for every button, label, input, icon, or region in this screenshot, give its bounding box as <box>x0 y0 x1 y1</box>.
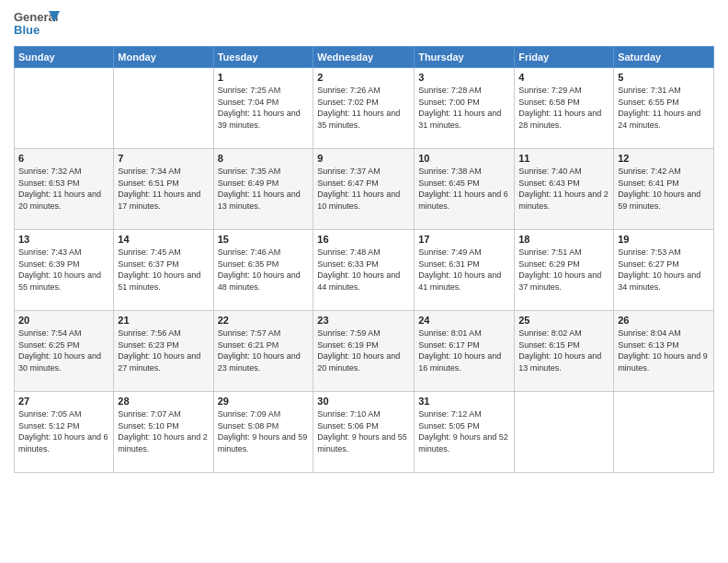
day-number: 2 <box>317 72 410 83</box>
calendar-cell: 16Sunrise: 7:48 AM Sunset: 6:33 PM Dayli… <box>313 230 415 311</box>
day-number: 17 <box>418 234 510 245</box>
calendar-cell: 6Sunrise: 7:32 AM Sunset: 6:53 PM Daylig… <box>15 149 114 230</box>
calendar-cell: 11Sunrise: 7:40 AM Sunset: 6:43 PM Dayli… <box>515 149 614 230</box>
calendar-cell: 29Sunrise: 7:09 AM Sunset: 5:08 PM Dayli… <box>213 392 313 473</box>
calendar-cell: 5Sunrise: 7:31 AM Sunset: 6:55 PM Daylig… <box>614 68 714 149</box>
day-info: Sunrise: 7:29 AM Sunset: 6:58 PM Dayligh… <box>518 85 609 131</box>
calendar-cell: 13Sunrise: 7:43 AM Sunset: 6:39 PM Dayli… <box>15 230 114 311</box>
calendar-cell: 18Sunrise: 7:51 AM Sunset: 6:29 PM Dayli… <box>515 230 614 311</box>
weekday-header-sunday: Sunday <box>15 47 114 68</box>
day-number: 19 <box>618 234 710 245</box>
day-info: Sunrise: 7:32 AM Sunset: 6:53 PM Dayligh… <box>18 166 109 212</box>
calendar-cell: 30Sunrise: 7:10 AM Sunset: 5:06 PM Dayli… <box>313 392 415 473</box>
day-info: Sunrise: 7:45 AM Sunset: 6:37 PM Dayligh… <box>118 247 209 293</box>
day-info: Sunrise: 7:46 AM Sunset: 6:35 PM Dayligh… <box>218 247 310 293</box>
calendar-cell: 19Sunrise: 7:53 AM Sunset: 6:27 PM Dayli… <box>614 230 714 311</box>
day-info: Sunrise: 7:05 AM Sunset: 5:12 PM Dayligh… <box>18 408 109 454</box>
day-info: Sunrise: 7:38 AM Sunset: 6:45 PM Dayligh… <box>418 166 510 212</box>
day-info: Sunrise: 7:10 AM Sunset: 5:06 PM Dayligh… <box>317 408 410 454</box>
week-row-4: 27Sunrise: 7:05 AM Sunset: 5:12 PM Dayli… <box>15 392 714 473</box>
calendar-cell: 1Sunrise: 7:25 AM Sunset: 7:04 PM Daylig… <box>213 68 313 149</box>
weekday-header-tuesday: Tuesday <box>213 47 313 68</box>
day-info: Sunrise: 7:48 AM Sunset: 6:33 PM Dayligh… <box>317 247 410 293</box>
calendar-cell: 8Sunrise: 7:35 AM Sunset: 6:49 PM Daylig… <box>213 149 313 230</box>
day-number: 26 <box>618 315 710 326</box>
weekday-header-friday: Friday <box>515 47 614 68</box>
day-info: Sunrise: 7:25 AM Sunset: 7:04 PM Dayligh… <box>218 85 310 131</box>
day-number: 16 <box>317 234 410 245</box>
day-number: 11 <box>518 153 609 164</box>
day-number: 8 <box>218 153 310 164</box>
weekday-header-saturday: Saturday <box>614 47 714 68</box>
day-info: Sunrise: 7:57 AM Sunset: 6:21 PM Dayligh… <box>218 327 310 373</box>
day-number: 12 <box>618 153 710 164</box>
day-info: Sunrise: 7:31 AM Sunset: 6:55 PM Dayligh… <box>618 85 710 131</box>
day-number: 3 <box>418 72 510 83</box>
day-number: 25 <box>518 315 609 326</box>
day-info: Sunrise: 7:35 AM Sunset: 6:49 PM Dayligh… <box>218 166 310 212</box>
calendar-cell: 27Sunrise: 7:05 AM Sunset: 5:12 PM Dayli… <box>15 392 114 473</box>
day-info: Sunrise: 7:42 AM Sunset: 6:41 PM Dayligh… <box>618 166 710 212</box>
day-info: Sunrise: 8:01 AM Sunset: 6:17 PM Dayligh… <box>418 327 510 373</box>
calendar-cell: 28Sunrise: 7:07 AM Sunset: 5:10 PM Dayli… <box>114 392 213 473</box>
calendar-cell <box>114 68 213 149</box>
day-info: Sunrise: 7:59 AM Sunset: 6:19 PM Dayligh… <box>317 327 410 373</box>
calendar-table: SundayMondayTuesdayWednesdayThursdayFrid… <box>14 46 714 473</box>
day-number: 7 <box>118 153 209 164</box>
weekday-header-wednesday: Wednesday <box>313 47 415 68</box>
day-info: Sunrise: 7:09 AM Sunset: 5:08 PM Dayligh… <box>218 408 310 454</box>
calendar-cell: 7Sunrise: 7:34 AM Sunset: 6:51 PM Daylig… <box>114 149 213 230</box>
day-number: 1 <box>218 72 310 83</box>
day-number: 15 <box>218 234 310 245</box>
day-number: 5 <box>618 72 710 83</box>
day-info: Sunrise: 7:40 AM Sunset: 6:43 PM Dayligh… <box>518 166 609 212</box>
day-info: Sunrise: 7:26 AM Sunset: 7:02 PM Dayligh… <box>317 85 410 131</box>
week-row-1: 6Sunrise: 7:32 AM Sunset: 6:53 PM Daylig… <box>15 149 714 230</box>
day-number: 27 <box>18 396 109 407</box>
day-number: 30 <box>317 396 410 407</box>
day-info: Sunrise: 7:34 AM Sunset: 6:51 PM Dayligh… <box>118 166 209 212</box>
day-number: 21 <box>118 315 209 326</box>
calendar-cell: 21Sunrise: 7:56 AM Sunset: 6:23 PM Dayli… <box>114 311 213 392</box>
day-info: Sunrise: 7:51 AM Sunset: 6:29 PM Dayligh… <box>518 247 609 293</box>
calendar-cell <box>15 68 114 149</box>
calendar-cell: 4Sunrise: 7:29 AM Sunset: 6:58 PM Daylig… <box>515 68 614 149</box>
calendar-cell: 10Sunrise: 7:38 AM Sunset: 6:45 PM Dayli… <box>415 149 515 230</box>
logo-svg: GeneralBlue <box>14 9 60 39</box>
day-number: 18 <box>518 234 609 245</box>
calendar-cell: 22Sunrise: 7:57 AM Sunset: 6:21 PM Dayli… <box>213 311 313 392</box>
calendar-cell: 9Sunrise: 7:37 AM Sunset: 6:47 PM Daylig… <box>313 149 415 230</box>
calendar-cell: 2Sunrise: 7:26 AM Sunset: 7:02 PM Daylig… <box>313 68 415 149</box>
calendar-cell: 14Sunrise: 7:45 AM Sunset: 6:37 PM Dayli… <box>114 230 213 311</box>
calendar-cell: 12Sunrise: 7:42 AM Sunset: 6:41 PM Dayli… <box>614 149 714 230</box>
day-number: 4 <box>518 72 609 83</box>
day-number: 24 <box>418 315 510 326</box>
day-info: Sunrise: 7:56 AM Sunset: 6:23 PM Dayligh… <box>118 327 209 373</box>
week-row-2: 13Sunrise: 7:43 AM Sunset: 6:39 PM Dayli… <box>15 230 714 311</box>
logo: GeneralBlue <box>14 9 60 39</box>
calendar-cell <box>614 392 714 473</box>
day-info: Sunrise: 7:12 AM Sunset: 5:05 PM Dayligh… <box>418 408 510 454</box>
day-number: 9 <box>317 153 410 164</box>
day-number: 10 <box>418 153 510 164</box>
calendar-cell: 26Sunrise: 8:04 AM Sunset: 6:13 PM Dayli… <box>614 311 714 392</box>
day-info: Sunrise: 7:54 AM Sunset: 6:25 PM Dayligh… <box>18 327 109 373</box>
day-number: 31 <box>418 396 510 407</box>
day-number: 14 <box>118 234 209 245</box>
svg-text:Blue: Blue <box>14 23 40 37</box>
page: GeneralBlue SundayMondayTuesdayWednesday… <box>0 0 728 563</box>
calendar-cell: 3Sunrise: 7:28 AM Sunset: 7:00 PM Daylig… <box>415 68 515 149</box>
day-number: 23 <box>317 315 410 326</box>
day-number: 28 <box>118 396 209 407</box>
day-info: Sunrise: 7:43 AM Sunset: 6:39 PM Dayligh… <box>18 247 109 293</box>
day-info: Sunrise: 7:53 AM Sunset: 6:27 PM Dayligh… <box>618 247 710 293</box>
day-info: Sunrise: 8:02 AM Sunset: 6:15 PM Dayligh… <box>518 327 609 373</box>
day-info: Sunrise: 7:37 AM Sunset: 6:47 PM Dayligh… <box>317 166 410 212</box>
calendar-cell: 23Sunrise: 7:59 AM Sunset: 6:19 PM Dayli… <box>313 311 415 392</box>
day-number: 6 <box>18 153 109 164</box>
calendar-cell <box>515 392 614 473</box>
weekday-header-row: SundayMondayTuesdayWednesdayThursdayFrid… <box>15 47 714 68</box>
week-row-0: 1Sunrise: 7:25 AM Sunset: 7:04 PM Daylig… <box>15 68 714 149</box>
day-number: 13 <box>18 234 109 245</box>
calendar-cell: 24Sunrise: 8:01 AM Sunset: 6:17 PM Dayli… <box>415 311 515 392</box>
